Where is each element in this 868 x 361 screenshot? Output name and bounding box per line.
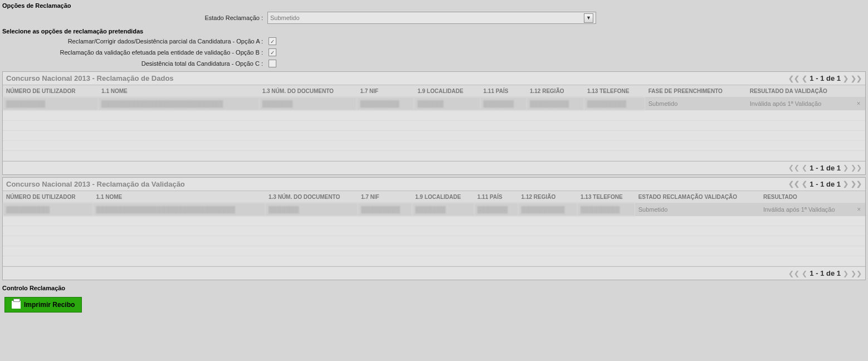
cell-telefone: █████████ [584,97,645,110]
table-row[interactable]: █████████ ████████████████████████████ █… [3,97,865,110]
section-title-controlo: Controlo Reclamação [2,282,866,292]
table-dados: NÚMERO DE UTILIZADOR 1.1 NOME 1.3 NÚM. D… [3,85,865,161]
section-title-opcoes: Opções de Reclamação [0,0,868,10]
opt-b-label: Reclamação da validação efetuada pela en… [0,49,267,56]
table-validacao: NÚMERO DE UTILIZADOR 1.1 NOME 1.3 NÚM. D… [3,191,865,267]
first-page-icon[interactable]: ❮❮ [788,270,799,277]
close-icon[interactable]: × [852,97,865,110]
opt-b-checkbox[interactable]: ✓ [269,48,276,56]
opt-a-label: Reclamar/Corrigir dados/Desistência parc… [0,38,267,45]
panel-reclamacao-validacao: Concurso Nacional 2013 - Reclamação da V… [2,177,866,281]
cell-telefone: █████████ [577,203,635,216]
print-button[interactable]: Imprimir Recibo [4,297,82,313]
cell-localidade: ██████ [414,97,480,110]
cell-regiao: ██████████ [518,203,577,216]
cell-estado: Submetido [635,203,760,216]
pager-count: 1 - 1 de 1 [810,180,841,188]
estado-value: Submetido [270,14,300,21]
cell-nif: █████████ [357,97,414,110]
cell-resultado: Inválida após 1ª Validação [747,97,852,110]
th-nome: 1.1 NOME [98,85,259,97]
cell-fase: Submetido [645,97,747,110]
last-page-icon[interactable]: ❯❯ [851,75,862,82]
first-page-icon[interactable]: ❮❮ [788,75,799,82]
opt-c-checkbox[interactable] [269,60,276,67]
th-num-util: NÚMERO DE UTILIZADOR [3,191,93,203]
estado-label: Estado Reclamação : [0,14,267,21]
th-num-doc: 1.3 NÚM. DO DOCUMENTO [265,191,358,203]
th-num-util: NÚMERO DE UTILIZADOR [3,85,98,97]
th-localidade: 1.9 LOCALIDADE [414,85,480,97]
prev-page-icon[interactable]: ❮ [802,164,807,172]
cell-pais: ███████ [480,97,526,110]
table-row[interactable]: ██████████ █████████████████████████████… [3,203,865,216]
th-num-doc: 1.3 NÚM. DO DOCUMENTO [259,85,357,97]
panel2-title: Concurso Nacional 2013 - Reclamação da V… [6,180,185,188]
next-page-icon[interactable]: ❯ [843,164,849,172]
pager-count: 1 - 1 de 1 [810,164,841,172]
th-telefone: 1.13 TELEFONE [577,191,635,203]
panel2-pager-bottom: ❮❮ ❮ 1 - 1 de 1 ❯ ❯❯ [788,269,862,277]
prev-page-icon[interactable]: ❮ [802,180,807,188]
print-label: Imprimir Recibo [24,301,75,309]
pager-count: 1 - 1 de 1 [810,269,841,277]
panel1-pager-bottom: ❮❮ ❮ 1 - 1 de 1 ❯ ❯❯ [788,164,862,172]
cell-num-util: ██████████ [3,203,93,216]
th-pais: 1.11 PAÍS [474,191,518,203]
chevron-down-icon[interactable]: ▼ [584,13,593,23]
th-resultado: RESULTADO DA VALIDAÇÃO [747,85,852,97]
th-nif: 1.7 NIF [358,191,412,203]
next-page-icon[interactable]: ❯ [843,180,849,188]
estado-select[interactable]: Submetido ▼ [267,12,596,24]
cell-localidade: ███████ [412,203,474,216]
next-page-icon[interactable]: ❯ [843,75,849,82]
cell-nome: ████████████████████████████████ [93,203,265,216]
cell-pais: ███████ [474,203,518,216]
cell-num-util: █████████ [3,97,98,110]
last-page-icon[interactable]: ❯❯ [851,180,862,188]
th-nif: 1.7 NIF [357,85,414,97]
cell-regiao: █████████ [526,97,584,110]
th-telefone: 1.13 TELEFONE [584,85,645,97]
th-resultado: RESULTADO [760,191,852,203]
prev-page-icon[interactable]: ❮ [802,270,807,277]
panel-reclamacao-dados: Concurso Nacional 2013 - Reclamação de D… [2,71,866,175]
th-pais: 1.11 PAÍS [480,85,526,97]
section-title-selecione: Selecione as opções de reclamação preten… [0,26,868,36]
cell-resultado: Inválida após 1ª Validação [760,203,852,216]
prev-page-icon[interactable]: ❮ [802,75,807,82]
first-page-icon[interactable]: ❮❮ [788,164,799,172]
panel1-title: Concurso Nacional 2013 - Reclamação de D… [6,74,174,82]
opt-c-label: Desistência total da Candidatura - Opção… [0,60,267,67]
th-regiao: 1.12 REGIÃO [526,85,584,97]
cell-nome: ████████████████████████████ [98,97,259,110]
cell-num-doc: ███████ [265,203,358,216]
th-estado: ESTADO RECLAMAÇÃO VALIDAÇÃO [635,191,760,203]
th-localidade: 1.9 LOCALIDADE [412,191,474,203]
opt-a-checkbox[interactable]: ✓ [269,37,276,45]
last-page-icon[interactable]: ❯❯ [851,270,862,277]
cell-nif: █████████ [358,203,412,216]
next-page-icon[interactable]: ❯ [843,270,849,277]
th-fase: FASE DE PREENCHIMENTO [645,85,747,97]
th-regiao: 1.12 REGIÃO [518,191,577,203]
last-page-icon[interactable]: ❯❯ [851,164,862,172]
first-page-icon[interactable]: ❮❮ [788,180,799,188]
th-nome: 1.1 NOME [93,191,265,203]
pager-count: 1 - 1 de 1 [810,74,841,82]
panel2-pager-top: ❮❮ ❮ 1 - 1 de 1 ❯ ❯❯ [788,180,862,188]
cell-num-doc: ███████ [259,97,357,110]
printer-icon [12,301,21,309]
close-icon[interactable]: × [852,203,865,216]
panel1-pager-top: ❮❮ ❮ 1 - 1 de 1 ❯ ❯❯ [788,74,862,82]
